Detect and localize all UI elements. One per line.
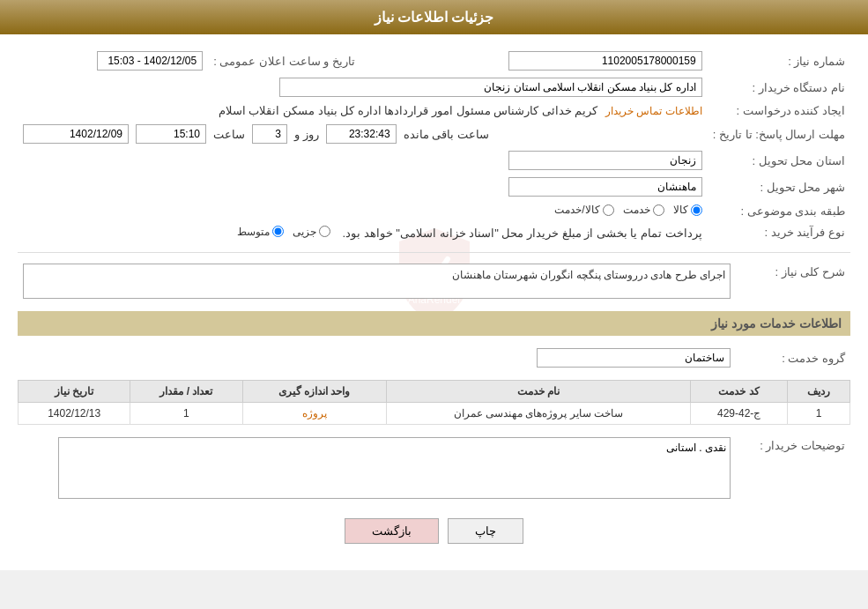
toseiat-label: توضیحات خریدار : <box>736 434 850 505</box>
gorohe-khedmat-value <box>18 345 736 371</box>
ro-label: روز و <box>294 128 319 141</box>
row-gorohe-khedmat: گروه خدمت : <box>18 345 850 371</box>
ejad-konnande-label: ایجاد کننده درخواست : <box>708 100 850 121</box>
mohlat-row: ساعت باقی مانده روز و ساعت <box>23 124 702 144</box>
ejad-konnande-value: اطلاعات تماس خریدار کریم خدائی کارشناس م… <box>18 100 708 121</box>
form-container: شماره نیاز : تاریخ و ساعت اعلان عمومی : … <box>18 48 850 505</box>
row-tabaghebandi: طبقه بندی موضوعی : کالا خدمت ک <box>18 200 850 222</box>
cell-tedad: 1 <box>130 403 242 425</box>
gorohe-khedmat-label: گروه خدمت : <box>736 345 850 371</box>
gorohe-khedmat-table: گروه خدمت : <box>18 345 850 371</box>
tamas-khardar-link[interactable]: اطلاعات تماس خریدار <box>605 105 702 117</box>
nam-dastgah-input[interactable] <box>279 78 702 97</box>
tarikh-label: تاریخ و ساعت اعلان عمومی : <box>208 48 373 74</box>
button-row: چاپ بازگشت <box>18 518 850 544</box>
col-tarikh: تاریخ نیاز <box>19 381 130 403</box>
mohlat-remaining-label: ساعت باقی مانده <box>404 128 489 141</box>
col-tedad: تعداد / مقدار <box>130 381 242 403</box>
sharh-box: اجرای طرح هادی درروستای پنگچه انگوران شه… <box>23 264 731 299</box>
row-sharh: شرح کلی نیاز : اجرای طرح هادی درروستای پ… <box>18 260 850 302</box>
radio-kala[interactable] <box>691 204 702 216</box>
radio-kala-khedmat-label[interactable]: کالا/خدمت <box>554 204 613 216</box>
page-title: جزئیات اطلاعات نیاز <box>375 10 494 25</box>
sharh-label-text: شرح کلی نیاز : <box>775 265 845 279</box>
radio-khedmat-label[interactable]: خدمت <box>623 204 664 216</box>
shomare-niaz-value <box>373 48 708 74</box>
row-ostan: استان محل تحویل : <box>18 147 850 174</box>
now-farayand-note: پرداخت تمام یا بخشی از مبلغ خریدار محل "… <box>343 227 702 240</box>
col-radif: ردیف <box>787 381 849 403</box>
mohlat-roz-input[interactable] <box>252 124 287 144</box>
tabaghebandi-label: طبقه بندی موضوعی : <box>708 200 850 222</box>
radio-jozi-label[interactable]: جزیی <box>293 226 330 238</box>
mohlat-label: مهلت ارسال پاسخ: تا تاریخ : <box>708 121 850 147</box>
shomare-niaz-label: شماره نیاز : <box>708 48 850 74</box>
ostan-label: استان محل تحویل : <box>708 147 850 174</box>
sharh-value: اجرای طرح هادی درروستای پنگچه انگوران شه… <box>18 260 736 302</box>
sharh-table: شرح کلی نیاز : اجرای طرح هادی درروستای پ… <box>18 260 850 302</box>
sharh-text: اجرای طرح هادی درروستای پنگچه انگوران شه… <box>452 269 725 281</box>
tarikh-value <box>18 48 208 74</box>
tarikh-input[interactable] <box>97 51 203 71</box>
tabaghebandi-radio-group: کالا خدمت کالا/خدمت <box>554 204 701 216</box>
ostan-value <box>18 147 708 174</box>
cell-nam-khedmat: ساخت سایر پروژه‌های مهندسی عمران <box>386 403 691 425</box>
col-kod-khedmat: کد خدمت <box>691 381 788 403</box>
row-toseiat: توضیحات خریدار : <box>18 434 850 505</box>
shahr-value <box>18 174 708 200</box>
main-form-table: شماره نیاز : تاریخ و ساعت اعلان عمومی : … <box>18 48 850 243</box>
row-nam-dastgah: نام دستگاه خریدار : <box>18 74 850 100</box>
row-shomare-niaz: شماره نیاز : تاریخ و ساعت اعلان عمومی : <box>18 48 850 74</box>
shomare-niaz-input[interactable] <box>508 51 702 71</box>
services-table: ردیف کد خدمت نام خدمت واحد اندازه گیری ت… <box>18 380 850 425</box>
toseiat-table: توضیحات خریدار : <box>18 434 850 505</box>
col-nam-khedmat: نام خدمت <box>386 381 691 403</box>
back-button[interactable]: بازگشت <box>345 518 439 544</box>
ostan-input[interactable] <box>508 151 702 170</box>
now-farayand-value: پرداخت تمام یا بخشی از مبلغ خریدار محل "… <box>18 222 708 244</box>
radio-motovaset[interactable] <box>272 226 284 237</box>
mohlat-values: ساعت باقی مانده روز و ساعت <box>18 121 708 147</box>
shahr-label: شهر محل تحویل : <box>708 174 850 200</box>
row-now-farayand: نوع فرآیند خرید : پرداخت تمام یا بخشی از… <box>18 222 850 244</box>
saat-label: ساعت <box>213 128 245 141</box>
shahr-input[interactable] <box>508 177 702 197</box>
nam-dastgah-value <box>18 74 708 100</box>
mohlat-time-input[interactable] <box>136 124 206 144</box>
mohlat-countdown-input[interactable] <box>326 124 397 144</box>
radio-motovaset-label[interactable]: متوسط <box>237 226 284 238</box>
page-header: جزئیات اطلاعات نیاز <box>0 0 868 34</box>
cell-tarikh: 1402/12/13 <box>19 403 130 425</box>
table-header-row: ردیف کد خدمت نام خدمت واحد اندازه گیری ت… <box>19 381 850 403</box>
radio-khedmat[interactable] <box>653 204 664 216</box>
cell-kod-khedmat: ج-42-429 <box>691 403 788 425</box>
row-mohlat: مهلت ارسال پاسخ: تا تاریخ : ساعت باقی ما… <box>18 121 850 147</box>
row-ejad-konnande: ایجاد کننده درخواست : اطلاعات تماس خریدا… <box>18 100 850 121</box>
divider-1 <box>18 252 850 253</box>
content-area: AnaRender شماره نیاز : تاریخ و ساعت اعلا… <box>0 34 868 570</box>
row-shahr: شهر محل تحویل : <box>18 174 850 200</box>
ejad-konnande-text: کریم خدائی کارشناس مسئول امور قراردادها … <box>219 104 598 117</box>
page-wrapper: جزئیات اطلاعات نیاز AnaRender شماره نیاز… <box>0 0 868 570</box>
gorohe-khedmat-input[interactable] <box>537 348 731 368</box>
table-row: 1 ج-42-429 ساخت سایر پروژه‌های مهندسی عم… <box>19 403 850 425</box>
cell-radif: 1 <box>787 403 849 425</box>
toseiat-value <box>18 434 736 505</box>
cell-vahed: پروژه <box>242 403 386 425</box>
radio-kala-label[interactable]: کالا <box>673 204 702 216</box>
tabaghebandi-options: کالا خدمت کالا/خدمت <box>18 200 708 222</box>
print-button[interactable]: چاپ <box>448 518 523 544</box>
sharh-label: شرح کلی نیاز : <box>736 260 850 302</box>
now-farayand-radio-group: جزیی متوسط <box>237 226 330 238</box>
mohlat-date-input[interactable] <box>23 124 129 144</box>
radio-kala-khedmat[interactable] <box>603 204 614 216</box>
col-vahed: واحد اندازه گیری <box>242 381 386 403</box>
toseiat-textarea[interactable] <box>58 437 731 499</box>
now-farayand-label: نوع فرآیند خرید : <box>708 222 850 244</box>
nam-dastgah-label: نام دستگاه خریدار : <box>708 74 850 100</box>
radio-jozi[interactable] <box>319 226 330 237</box>
toseiat-label-text: توضیحات خریدار : <box>760 439 845 452</box>
khadamat-section-title: اطلاعات خدمات مورد نیاز <box>18 311 850 336</box>
watermark-area: AnaRender شماره نیاز : تاریخ و ساعت اعلا… <box>18 48 850 505</box>
